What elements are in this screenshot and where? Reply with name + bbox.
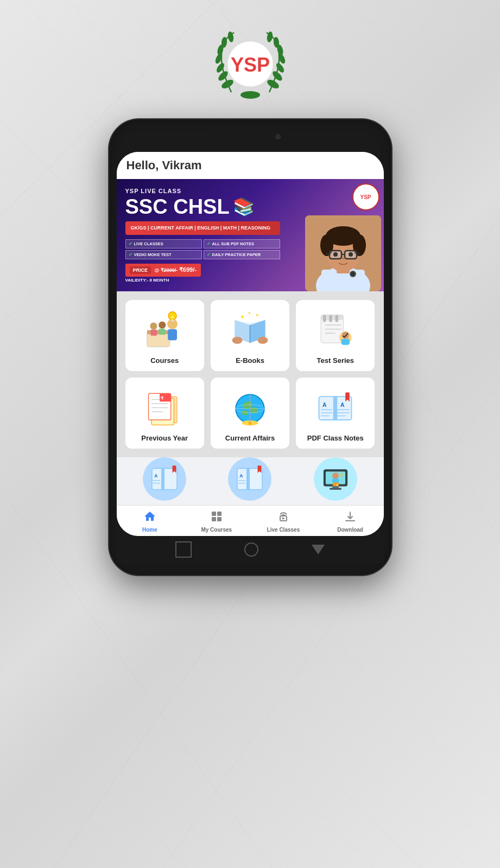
svg-point-51 [232,337,243,344]
svg-rect-119 [212,517,216,521]
download-icon [344,510,357,525]
svg-point-52 [258,337,268,344]
svg-rect-120 [217,517,221,521]
svg-point-36 [333,252,338,257]
bottom-nav: Home My Courses [117,505,384,536]
svg-point-65 [342,331,349,339]
svg-rect-45 [170,320,174,322]
pdfnotes-icon-wrap: A A [314,386,357,430]
testseries-icon-wrap [314,309,357,352]
back-button[interactable] [312,545,325,554]
svg-point-46 [150,323,157,330]
ysp-logo: YSP [207,22,294,108]
menu-item-ebooks[interactable]: ✦ ✦ ✦ E-Books [211,300,289,371]
banner-label: YSP LIVE CLASS [125,188,280,194]
svg-point-37 [349,252,353,257]
banner-left: YSP LIVE CLASS SSC CHSL 📚 GK/GS | CURREN… [125,188,280,283]
phone-screen: Hello, Vikram YSP LIVE CLASS SSC CHSL 📚 … [117,152,384,536]
svg-text:✦: ✦ [255,312,260,318]
svg-rect-117 [212,512,216,516]
greeting-text: Hello, Vikram [126,158,202,172]
check-icon-3: ✔ [129,252,132,257]
svg-rect-48 [150,330,157,336]
svg-point-39 [351,272,355,276]
nav-label-mycourses: My Courses [201,527,232,533]
menu-item-pdfnotes[interactable]: A A [296,378,375,449]
banner-feature-1: ✔ LIVE CLASSES [125,239,202,248]
nav-item-download[interactable]: Download [334,510,366,533]
currentaffairs-icon-wrap [228,386,271,430]
svg-rect-118 [217,512,221,516]
partial-row: A A [117,457,384,505]
mycourses-icon [210,510,223,525]
menu-label-currentaffairs: Current Affairs [225,434,275,442]
nav-label-download: Download [337,527,363,533]
liveclasses-icon [277,510,290,525]
svg-text:YSP: YSP [230,54,269,76]
banner-feature-2: ✔ ALL SUB PDF NOTES [204,239,280,248]
banner-person [305,215,381,291]
svg-rect-103 [246,468,250,489]
svg-text:A: A [340,402,345,408]
banner-feature-4: ✔ DAILY PRACTICE PAPER [204,250,280,259]
nav-item-mycourses[interactable]: My Courses [200,510,233,533]
nav-item-liveclasses[interactable]: Live Classes [267,510,300,533]
check-icon-1: ✔ [129,241,132,246]
banner-ysp-badge: YSP [352,183,379,210]
phone-home-bar [117,536,384,563]
svg-text:A: A [240,473,243,478]
svg-rect-115 [332,486,339,487]
svg-rect-111 [332,478,339,483]
banner-subjects: GK/GS | CURRENT AFFAIR | ENGLISH | MATH … [125,221,280,235]
partial-item-1[interactable]: A [143,457,186,501]
banner-validity: VAILIDITY:- 8 MONTH [125,278,280,283]
square-button[interactable] [175,541,192,558]
circle-button[interactable] [244,542,258,557]
banner-price-box: PRICE @ ₹2000/- ₹699/- [125,264,201,277]
svg-rect-86 [333,397,338,420]
nav-label-home: Home [142,527,157,533]
phone-outer: Hello, Vikram YSP LIVE CLASS SSC CHSL 📚 … [109,119,391,575]
menu-label-pdfnotes: PDF Class Notes [307,434,364,442]
svg-marker-122 [282,517,285,520]
svg-point-110 [332,473,339,479]
banner[interactable]: YSP LIVE CLASS SSC CHSL 📚 GK/GS | CURREN… [117,179,384,291]
menu-label-courses: Courses [150,356,179,365]
banner-feature-3: ✔ VEDIO MOKE TEST [125,250,202,259]
menu-label-previousyear: Previous Year [141,434,188,442]
banner-features: ✔ LIVE CLASSES ✔ ALL SUB PDF NOTES ✔ VED… [125,239,280,259]
menu-label-testseries: Test Series [317,356,354,365]
menu-grid: Courses [117,291,384,457]
menu-item-testseries[interactable]: Test Series [296,300,375,371]
svg-text:✦: ✦ [248,311,251,316]
check-icon-4: ✔ [207,252,211,257]
check-icon-2: ✔ [207,241,211,246]
price-label: PRICE [130,266,151,274]
courses-icon-wrap [143,309,186,352]
svg-rect-49 [159,329,165,335]
svg-point-20 [240,91,260,99]
ebooks-icon-wrap: ✦ ✦ ✦ [228,309,271,352]
nav-item-home[interactable]: Home [134,510,166,533]
menu-item-previousyear[interactable]: ₹ Previous Year [125,378,204,449]
home-icon [143,510,156,525]
screen-content: Hello, Vikram YSP LIVE CLASS SSC CHSL 📚 … [117,152,384,536]
logo-area: YSP [207,22,294,108]
menu-item-currentaffairs[interactable]: Current Affairs [211,378,289,449]
phone-notch-area [117,129,384,150]
partial-item-3[interactable]: 📶 [314,457,357,501]
camera-icon [275,134,281,139]
phone-notch [212,129,288,144]
phone-wrapper: Hello, Vikram YSP LIVE CLASS SSC CHSL 📚 … [109,119,391,575]
svg-rect-60 [336,315,339,322]
books-icon: 📚 [233,198,255,215]
svg-rect-116 [330,488,341,489]
svg-text:✦: ✦ [240,314,245,320]
svg-rect-59 [330,315,333,322]
menu-item-courses[interactable]: Courses [125,300,204,371]
partial-item-2[interactable]: A [228,457,271,501]
nav-label-liveclasses: Live Classes [267,527,300,533]
svg-rect-58 [323,315,326,322]
svg-point-47 [159,322,166,329]
svg-text:A: A [322,402,327,408]
